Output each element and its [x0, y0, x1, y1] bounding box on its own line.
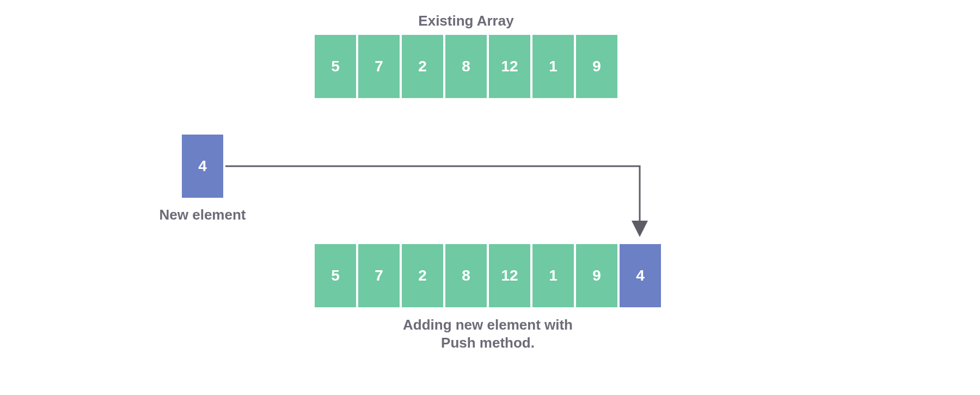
result-cell-value: 9: [592, 267, 601, 284]
result-cell-5: 1: [531, 243, 575, 308]
result-cell-0: 5: [314, 243, 357, 308]
result-cell-value: 12: [501, 267, 518, 284]
result-cell-2: 2: [401, 243, 444, 308]
result-cell-value: 7: [375, 267, 383, 284]
result-cell-value: 8: [462, 267, 470, 284]
result-cell-3: 8: [444, 243, 488, 308]
result-cell-1: 7: [357, 243, 401, 308]
result-label: Adding new element with Push method.: [314, 316, 662, 351]
result-cell-value: 4: [636, 267, 645, 284]
result-cell-new: 4: [618, 243, 662, 308]
result-cell-value: 5: [331, 267, 340, 284]
result-cell-value: 1: [549, 267, 558, 284]
result-cell-4: 12: [488, 243, 531, 308]
result-cell-6: 9: [575, 243, 618, 308]
result-label-line1: Adding new element with: [403, 317, 573, 333]
result-label-line2: Push method.: [441, 335, 535, 351]
result-cell-value: 2: [418, 267, 427, 284]
